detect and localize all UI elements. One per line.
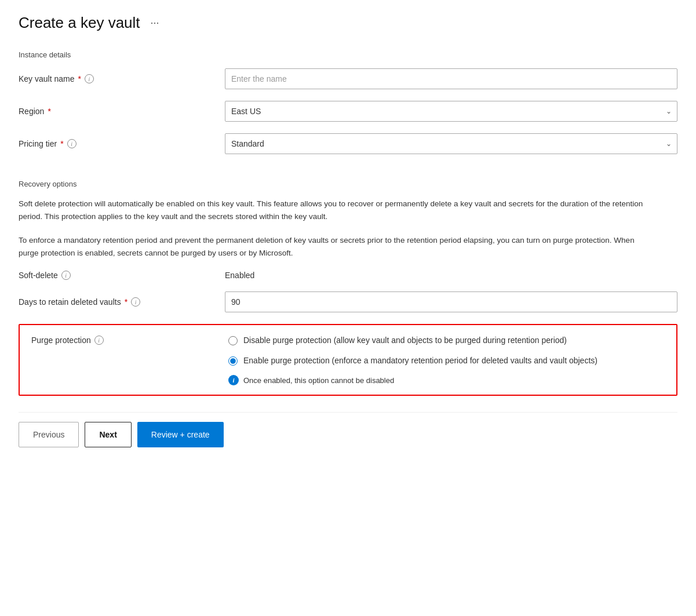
page-title-section: Create a key vault ··· <box>19 14 677 32</box>
pricing-tier-label: Pricing tier * i <box>19 139 216 148</box>
key-vault-name-row: Key vault name * i <box>19 68 677 89</box>
days-to-retain-input[interactable]: 90 <box>225 291 677 312</box>
key-vault-name-info-icon[interactable]: i <box>85 74 94 83</box>
region-required: * <box>48 107 50 116</box>
recovery-description-1: Soft delete protection will automaticall… <box>19 198 656 223</box>
region-select-wrapper: East US West US West Europe East Asia ⌄ <box>225 101 677 122</box>
recovery-options-section: Recovery options Soft delete protection … <box>19 180 677 396</box>
recovery-options-label: Recovery options <box>19 180 677 188</box>
pricing-tier-required: * <box>60 139 63 148</box>
purge-protection-label-col: Purge protection i <box>31 334 228 385</box>
purge-enable-label: Enable purge protection (enforce a manda… <box>243 355 597 367</box>
pricing-tier-select[interactable]: Standard Premium <box>225 133 677 154</box>
previous-button[interactable]: Previous <box>19 422 79 447</box>
review-create-button[interactable]: Review + create <box>137 422 224 447</box>
key-vault-name-label: Key vault name * i <box>19 74 216 83</box>
instance-details-label: Instance details <box>19 50 677 59</box>
purge-enable-option[interactable]: Enable purge protection (enforce a manda… <box>228 355 665 367</box>
days-to-retain-label-text: Days to retain deleted vaults <box>19 297 121 307</box>
key-vault-name-required: * <box>78 74 81 83</box>
soft-delete-value: Enabled <box>225 271 677 280</box>
page-title: Create a key vault <box>19 14 140 32</box>
purge-info-blue-icon: i <box>228 375 239 385</box>
purge-info-note: i Once enabled, this option cannot be di… <box>228 375 665 385</box>
region-label-text: Region <box>19 107 44 116</box>
soft-delete-row: Soft-delete i Enabled <box>19 271 677 280</box>
footer-buttons: Previous Next Review + create <box>19 412 677 447</box>
days-to-retain-row: Days to retain deleted vaults * i 90 <box>19 291 677 312</box>
purge-disable-label: Disable purge protection (allow key vaul… <box>243 334 567 347</box>
region-label: Region * <box>19 107 216 116</box>
purge-protection-label-text: Purge protection <box>31 336 91 345</box>
pricing-tier-label-text: Pricing tier <box>19 139 57 148</box>
purge-protection-options: Disable purge protection (allow key vaul… <box>228 334 665 385</box>
pricing-tier-select-wrapper: Standard Premium ⌄ <box>225 133 677 154</box>
days-to-retain-required: * <box>125 297 127 307</box>
purge-protection-info-icon[interactable]: i <box>94 336 104 345</box>
purge-info-note-text: Once enabled, this option cannot be disa… <box>243 376 394 385</box>
key-vault-name-input[interactable] <box>225 68 677 89</box>
pricing-tier-info-icon[interactable]: i <box>67 139 76 148</box>
purge-disable-option[interactable]: Disable purge protection (allow key vaul… <box>228 334 665 347</box>
days-to-retain-label: Days to retain deleted vaults * i <box>19 297 216 307</box>
next-button[interactable]: Next <box>85 422 131 447</box>
region-select[interactable]: East US West US West Europe East Asia <box>225 101 677 122</box>
soft-delete-label: Soft-delete i <box>19 271 216 280</box>
days-to-retain-info-icon[interactable]: i <box>131 297 140 307</box>
purge-protection-section: Purge protection i Disable purge protect… <box>19 324 677 396</box>
pricing-tier-row: Pricing tier * i Standard Premium ⌄ <box>19 133 677 154</box>
purge-enable-radio[interactable] <box>228 356 238 366</box>
key-vault-name-label-text: Key vault name <box>19 74 75 83</box>
recovery-description-2: To enforce a mandatory retention period … <box>19 234 656 259</box>
ellipsis-menu-button[interactable]: ··· <box>147 16 163 30</box>
soft-delete-label-text: Soft-delete <box>19 271 58 280</box>
region-row: Region * East US West US West Europe Eas… <box>19 101 677 122</box>
purge-disable-radio[interactable] <box>228 336 238 345</box>
soft-delete-info-icon[interactable]: i <box>61 271 71 280</box>
